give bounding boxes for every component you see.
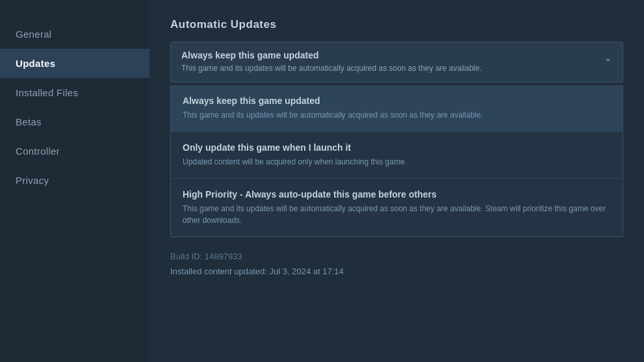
option-always-update-desc: This game and its updates will be automa…	[183, 109, 611, 121]
update-dropdown[interactable]: Always keep this game updated This game …	[170, 42, 623, 83]
chevron-down-icon: ⌄	[604, 51, 612, 64]
section-title: Automatic Updates	[170, 18, 623, 31]
sidebar-item-betas[interactable]: Betas	[0, 107, 149, 136]
dropdown-options-panel: Always keep this game updated This game …	[170, 85, 623, 237]
build-id-text: Build ID: 14897933	[170, 249, 623, 264]
sidebar-item-controller[interactable]: Controller	[0, 136, 149, 166]
option-high-priority-desc: This game and its updates will be automa…	[183, 203, 611, 226]
dropdown-selected-desc: This game and its updates will be automa…	[181, 63, 597, 74]
sidebar-item-updates[interactable]: Updates	[0, 49, 149, 78]
option-update-on-launch-desc: Updated content will be acquired only wh…	[183, 156, 611, 168]
sidebar-item-privacy[interactable]: Privacy	[0, 166, 149, 195]
main-content: Automatic Updates Always keep this game …	[149, 0, 644, 362]
option-update-on-launch-title: Only update this game when I launch it	[183, 142, 611, 153]
option-high-priority[interactable]: High Priority - Always auto-update this …	[171, 179, 623, 237]
dropdown-header[interactable]: Always keep this game updated This game …	[171, 42, 623, 82]
option-always-update[interactable]: Always keep this game updated This game …	[171, 85, 623, 132]
dropdown-header-text: Always keep this game updated This game …	[181, 50, 597, 74]
option-always-update-title: Always keep this game updated	[183, 96, 611, 106]
dropdown-selected-title: Always keep this game updated	[181, 50, 597, 60]
build-info: Build ID: 14897933 Installed content upd…	[170, 249, 623, 279]
sidebar: General Updates Installed Files Betas Co…	[0, 0, 149, 362]
option-update-on-launch[interactable]: Only update this game when I launch it U…	[171, 132, 623, 179]
installed-content-date: Installed content updated: Jul 3, 2024 a…	[170, 264, 623, 279]
option-high-priority-title: High Priority - Always auto-update this …	[183, 189, 611, 200]
sidebar-item-general[interactable]: General	[0, 19, 149, 49]
sidebar-item-installed-files[interactable]: Installed Files	[0, 78, 149, 107]
